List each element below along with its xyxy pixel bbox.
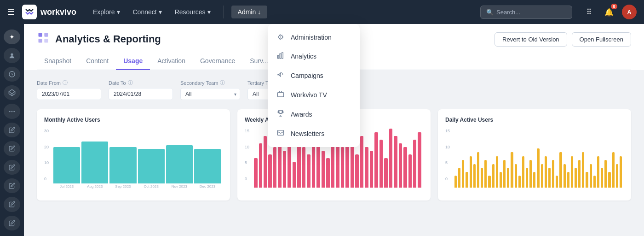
notifications-button[interactable]: 🔔 8 [602,5,616,19]
connect-nav-link[interactable]: Connect ▾ [127,6,167,18]
dropdown-item-workvivo-tv[interactable]: Workvivo TV [268,85,360,105]
svg-point-5 [14,111,14,112]
megaphone-icon [276,71,285,80]
info-icon: ⓘ [128,79,133,86]
secondary-team-select[interactable]: All [180,88,240,100]
svg-rect-11 [277,55,279,59]
svg-point-6 [10,111,10,112]
avatar[interactable]: A [622,5,637,19]
svg-rect-12 [280,54,281,59]
fullscreen-button[interactable]: Open Fullscreen [572,32,631,47]
gear-icon: ⚙ [276,33,285,41]
sidebar-item-profile[interactable] [4,48,20,63]
date-from-filter: Date From ⓘ [37,79,101,100]
date-to-label: Date To ⓘ [109,79,173,86]
chevron-down-icon: ▾ [117,8,120,16]
grid-icon: ⠿ [586,8,592,16]
svg-rect-10 [44,39,48,42]
info-icon: ⓘ [63,79,68,86]
analytics-icon [37,31,50,47]
trophy-icon [276,110,285,119]
daily-chart-title: Daily Active Users [445,117,624,123]
sidebar-item-sparkle[interactable]: ✦ [4,30,20,44]
sidebar-item-edit6[interactable] [4,197,20,212]
secondary-team-label: Secondary Team ⓘ [180,79,240,86]
svg-rect-13 [282,53,283,59]
search-icon: 🔍 [486,9,494,16]
tab-content[interactable]: Content [79,53,116,70]
date-from-input[interactable] [37,88,101,100]
notification-badge: 8 [611,4,617,9]
chevron-down-icon: ▾ [159,8,162,16]
date-from-label: Date From ⓘ [37,79,101,86]
nav-divider [224,6,224,18]
explore-nav-link[interactable]: Explore ▾ [87,6,125,18]
page-title: Analytics & Reporting [55,33,161,45]
tv-icon [276,90,285,100]
search-bar[interactable]: 🔍 Search... [480,6,572,19]
hamburger-icon[interactable]: ☰ [7,7,15,17]
page-actions: Revert to Old Version Open Fullscreen [494,32,631,47]
secondary-team-filter: Secondary Team ⓘ All ▾ [180,79,240,100]
tab-governance[interactable]: Governance [193,53,242,70]
sidebar: ✦ [0,24,24,236]
newsletter-icon [276,129,285,138]
sidebar-item-compass[interactable] [4,67,20,82]
logo[interactable]: workvivo [22,5,76,19]
date-to-filter: Date To ⓘ [109,79,173,100]
svg-rect-15 [277,130,283,136]
resources-nav-link[interactable]: Resources ▾ [169,6,216,18]
dropdown-item-campaigns[interactable]: Campaigns [268,66,360,85]
tab-usage[interactable]: Usage [116,53,150,70]
svg-point-0 [11,53,13,55]
monthly-chart-card: Monthly Active Users 30 20 10 0 Ju [37,109,230,201]
nav-icons: ⠿ 🔔 8 A [581,5,637,19]
secondary-team-select-wrap: All ▾ [180,88,240,100]
monthly-chart-title: Monthly Active Users [44,117,223,123]
sidebar-item-edit4[interactable] [4,160,20,175]
top-navigation: ☰ workvivo Explore ▾ Connect ▾ Resources… [0,0,644,24]
sidebar-item-edit3[interactable] [4,141,20,156]
admin-menu-button[interactable]: Admin ↓ [231,6,268,18]
dropdown-item-administration[interactable]: ⚙ Administration [268,28,360,47]
svg-rect-8 [44,33,48,37]
svg-point-4 [12,111,12,112]
sidebar-item-edit5[interactable] [4,178,20,193]
svg-rect-7 [39,33,42,37]
sidebar-item-edit1[interactable] [4,104,20,118]
sidebar-item-layers[interactable] [4,85,20,100]
daily-chart-card: Daily Active Users 15 10 5 0 [438,109,631,201]
tab-snapshot[interactable]: Snapshot [37,53,79,70]
monthly-chart-area: 30 20 10 0 Jul 2023Aug 2023Sep 2023Oct 2… [44,129,223,193]
dropdown-item-analytics[interactable]: Analytics [268,47,360,66]
nav-links: Explore ▾ Connect ▾ Resources ▾ [87,6,216,18]
grid-icon-button[interactable]: ⠿ [581,5,596,19]
daily-chart-area: 15 10 5 0 [445,129,624,193]
logo-box [22,5,37,19]
bar-chart-icon [276,52,285,61]
chevron-down-icon: ↓ [258,8,261,16]
dropdown-item-awards[interactable]: Awards [268,105,360,124]
tab-activation[interactable]: Activation [150,53,193,70]
chevron-down-icon: ▾ [207,8,211,16]
sidebar-item-edit7[interactable] [4,216,20,230]
sidebar-item-edit2[interactable] [4,123,20,137]
info-icon: ⓘ [220,79,225,86]
admin-dropdown: ⚙ Administration Analytics Campaigns Wor [268,24,360,147]
date-to-input[interactable] [109,88,173,100]
svg-rect-9 [39,39,42,42]
logo-text: workvivo [40,7,76,17]
revert-button[interactable]: Revert to Old Version [494,32,567,47]
svg-rect-14 [277,93,283,97]
dropdown-item-newsletters[interactable]: Newsletters [268,124,360,143]
